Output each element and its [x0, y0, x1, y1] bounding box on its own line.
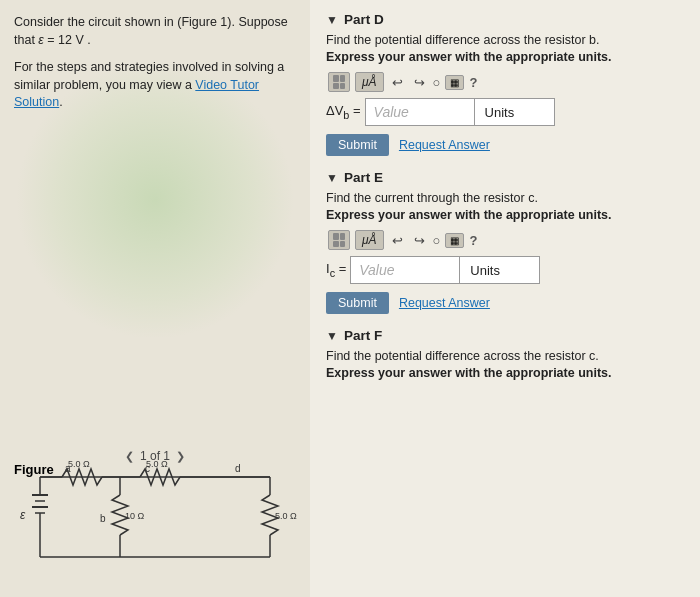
part-e-units-box[interactable]: Units [460, 256, 540, 284]
part-e-btn-row: Submit Request Answer [326, 292, 684, 314]
image-icon-e[interactable]: ▦ [445, 233, 464, 248]
part-f-section: ▼ Part F Find the potential difference a… [326, 328, 684, 380]
right-panel: ▼ Part D Find the potential difference a… [310, 0, 700, 597]
svg-text:b: b [100, 513, 106, 524]
part-d-toolbar: μÅ ↩ ↪ ○ ▦ ? [328, 72, 684, 92]
part-e-header: ▼ Part E [326, 170, 684, 185]
part-e-units-label: Units [470, 263, 500, 278]
part-e-value-input[interactable]: Value [350, 256, 460, 284]
part-e-arrow: ▼ [326, 171, 338, 185]
refresh-icon-e[interactable]: ○ [433, 233, 441, 248]
help-icon-d[interactable]: ? [469, 75, 477, 90]
svg-text:5.0 Ω: 5.0 Ω [68, 459, 90, 469]
part-f-header: ▼ Part F [326, 328, 684, 343]
part-d-value-placeholder: Value [374, 104, 409, 120]
part-d-instruction: Express your answer with the appropriate… [326, 50, 684, 64]
steps-text: For the steps and strategies involved in… [14, 59, 296, 112]
part-d-btn-row: Submit Request Answer [326, 134, 684, 156]
help-icon-e[interactable]: ? [469, 233, 477, 248]
svg-text:10 Ω: 10 Ω [125, 511, 145, 521]
left-panel: Consider the circuit shown in (Figure 1)… [0, 0, 310, 597]
part-d-arrow: ▼ [326, 13, 338, 27]
part-d-section: ▼ Part D Find the potential difference a… [326, 12, 684, 156]
redo-icon-e[interactable]: ↪ [411, 232, 428, 249]
unit-selector-d[interactable]: μÅ [355, 72, 384, 92]
part-d-question: Find the potential difference across the… [326, 33, 684, 47]
part-e-submit-button[interactable]: Submit [326, 292, 389, 314]
part-d-units-label: Units [485, 105, 515, 120]
part-d-header: ▼ Part D [326, 12, 684, 27]
part-d-answer-label: ΔVb = [326, 103, 361, 121]
part-d-value-input[interactable]: Value [365, 98, 475, 126]
problem-text: Consider the circuit shown in (Figure 1)… [14, 14, 296, 49]
part-e-answer-row: Ic = Value Units [326, 256, 684, 284]
svg-text:5.0 Ω: 5.0 Ω [275, 511, 297, 521]
part-e-toolbar: μÅ ↩ ↪ ○ ▦ ? [328, 230, 684, 250]
part-e-section: ▼ Part E Find the current through the re… [326, 170, 684, 314]
redo-icon-d[interactable]: ↪ [411, 74, 428, 91]
part-e-question: Find the current through the resistor c. [326, 191, 684, 205]
part-e-title: Part E [344, 170, 383, 185]
part-d-title: Part D [344, 12, 384, 27]
svg-text:5.0 Ω: 5.0 Ω [146, 459, 168, 469]
svg-text:d: d [235, 463, 241, 474]
part-e-instruction: Express your answer with the appropriate… [326, 208, 684, 222]
part-d-answer-row: ΔVb = Value Units [326, 98, 684, 126]
video-tutor-link[interactable]: Video Tutor Solution [14, 78, 259, 110]
part-f-title: Part F [344, 328, 382, 343]
svg-text:ε: ε [20, 508, 26, 522]
image-icon-d[interactable]: ▦ [445, 75, 464, 90]
matrix-icon-e[interactable] [328, 230, 350, 250]
refresh-icon-d[interactable]: ○ [433, 75, 441, 90]
part-d-request-link[interactable]: Request Answer [399, 138, 490, 152]
matrix-icon[interactable] [328, 72, 350, 92]
part-f-question: Find the potential difference across the… [326, 349, 684, 363]
undo-icon-d[interactable]: ↩ [389, 74, 406, 91]
undo-icon-e[interactable]: ↩ [389, 232, 406, 249]
part-e-request-link[interactable]: Request Answer [399, 296, 490, 310]
part-d-submit-button[interactable]: Submit [326, 134, 389, 156]
part-d-units-box[interactable]: Units [475, 98, 555, 126]
part-e-answer-label: Ic = [326, 261, 346, 279]
part-f-instruction: Express your answer with the appropriate… [326, 366, 684, 380]
circuit-diagram: ε a 5.0 Ω c 5.0 Ω d 5.0 Ω [10, 457, 300, 587]
part-e-value-placeholder: Value [359, 262, 394, 278]
unit-selector-e[interactable]: μÅ [355, 230, 384, 250]
problem-description: Consider the circuit shown in (Figure 1)… [14, 14, 296, 112]
part-f-arrow: ▼ [326, 329, 338, 343]
